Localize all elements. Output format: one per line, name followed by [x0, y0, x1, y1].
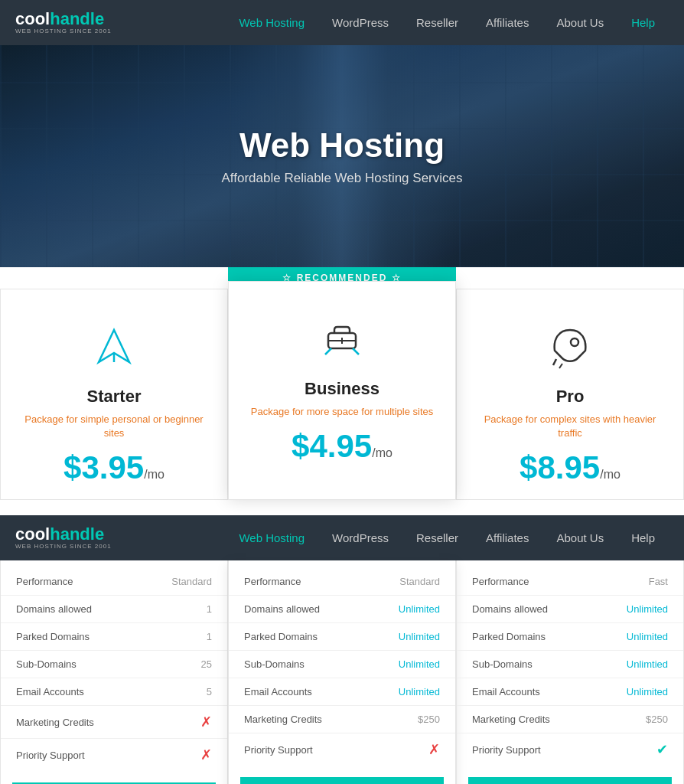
- nav2-reseller[interactable]: Reseller: [402, 515, 472, 560]
- pro-marketing: Marketing Credits $250: [457, 706, 683, 733]
- top-navbar: coolhandle Web Hosting Since 2001 Web Ho…: [0, 0, 684, 45]
- starter-subdomains: Sub-Domains 25: [1, 651, 227, 678]
- nav2-wordpress[interactable]: WordPress: [318, 515, 402, 560]
- business-icon: [244, 316, 440, 371]
- pro-priority: Priority Support ✔: [457, 733, 683, 766]
- pro-subdomains: Sub-Domains Unlimtied: [457, 651, 683, 678]
- business-order-button[interactable]: ORDER NOW: [240, 777, 444, 784]
- pro-email: Email Accounts Unlimited: [457, 678, 683, 706]
- pricing-section: Starter Package for simple personal or b…: [0, 289, 684, 500]
- starter-marketing: Marketing Credits ✗: [1, 706, 227, 739]
- starter-plan: Starter Package for simple personal or b…: [0, 289, 228, 500]
- nav2-help[interactable]: Help: [617, 515, 669, 560]
- starter-priority: Priority Support ✗: [1, 739, 227, 771]
- logo-handle: handle: [50, 9, 104, 28]
- nav2-links: Web Hosting WordPress Reseller Affiliate…: [225, 515, 669, 560]
- pro-desc: Package for complex sites with heavier t…: [472, 413, 668, 440]
- nav-affiliates[interactable]: Affiliates: [472, 0, 542, 45]
- pro-order-button[interactable]: ORDER NOW: [468, 777, 672, 784]
- starter-features: Performance Standard Domains allowed 1 P…: [0, 560, 228, 784]
- business-plan: Business Package for more space for mult…: [228, 281, 456, 500]
- business-performance: Performance Standard: [229, 568, 455, 596]
- pro-domains: Domains allowed Unlimited: [457, 596, 683, 623]
- logo-sub: Web Hosting Since 2001: [15, 28, 112, 34]
- pro-name: Pro: [472, 387, 668, 407]
- pro-plan: Pro Package for complex sites with heavi…: [456, 289, 684, 500]
- business-price: $4.95/mo: [244, 430, 440, 462]
- starter-price: $3.95/mo: [16, 452, 212, 484]
- second-navbar: coolhandle Web Hosting Since 2001 Web Ho…: [0, 515, 684, 560]
- features-section: Performance Standard Domains allowed 1 P…: [0, 560, 684, 784]
- pro-performance: Performance Fast: [457, 568, 683, 596]
- logo2-handle: handle: [50, 524, 104, 544]
- nav-web-hosting[interactable]: Web Hosting: [225, 0, 318, 45]
- nav-links: Web Hosting WordPress Reseller Affiliate…: [225, 0, 669, 45]
- pro-features: Performance Fast Domains allowed Unlimit…: [456, 560, 684, 784]
- business-domains: Domains allowed Unlimited: [229, 596, 455, 623]
- hero-section: Web Hosting Affordable Reliable Web Host…: [0, 45, 684, 267]
- business-desc: Package for more space for multiple site…: [244, 405, 440, 419]
- business-parked: Parked Domains Unlimited: [229, 623, 455, 651]
- starter-domains: Domains allowed 1: [1, 596, 227, 623]
- hero-subtitle: Affordable Reliable Web Hosting Services: [222, 171, 463, 186]
- starter-icon: [16, 324, 212, 379]
- hero-title: Web Hosting: [222, 126, 463, 165]
- logo2-cool: cool: [15, 524, 50, 544]
- nav-reseller[interactable]: Reseller: [402, 0, 472, 45]
- nav-help[interactable]: Help: [617, 0, 669, 45]
- business-priority: Priority Support ✗: [229, 733, 455, 766]
- starter-desc: Package for simple personal or beginner …: [16, 413, 212, 440]
- logo2[interactable]: coolhandle Web Hosting Since 2001: [15, 526, 112, 550]
- nav-wordpress[interactable]: WordPress: [318, 0, 402, 45]
- logo-cool: cool: [15, 9, 50, 28]
- nav2-affiliates[interactable]: Affiliates: [472, 515, 542, 560]
- starter-email: Email Accounts 5: [1, 678, 227, 706]
- starter-performance: Performance Standard: [1, 568, 227, 596]
- logo[interactable]: coolhandle Web Hosting Since 2001: [15, 11, 112, 34]
- pro-parked: Parked Domains Unlimited: [457, 623, 683, 651]
- starter-name: Starter: [16, 387, 212, 407]
- pro-icon: [472, 324, 668, 379]
- business-email: Email Accounts Unlimited: [229, 678, 455, 706]
- logo2-sub: Web Hosting Since 2001: [15, 543, 112, 550]
- business-features: Performance Standard Domains allowed Unl…: [228, 560, 456, 784]
- business-name: Business: [244, 379, 440, 399]
- nav-about-us[interactable]: About Us: [542, 0, 617, 45]
- starter-parked: Parked Domains 1: [1, 623, 227, 651]
- svg-point-5: [571, 338, 578, 346]
- business-subdomains: Sub-Domains Unlimited: [229, 651, 455, 678]
- business-marketing: Marketing Credits $250: [229, 706, 455, 733]
- pro-price: $8.95/mo: [472, 452, 668, 484]
- nav2-web-hosting[interactable]: Web Hosting: [225, 515, 318, 560]
- nav2-about-us[interactable]: About Us: [542, 515, 617, 560]
